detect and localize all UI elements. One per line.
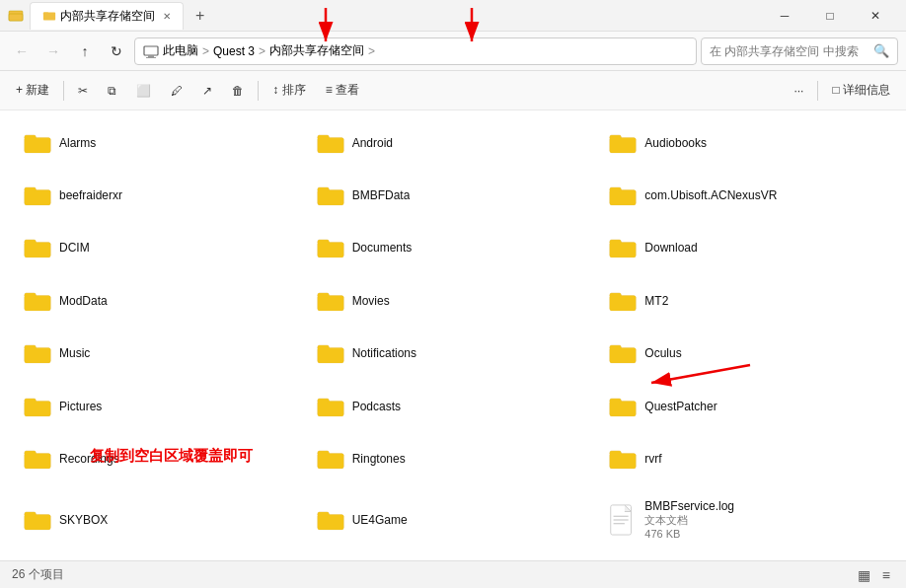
list-item[interactable]: Alarms xyxy=(16,118,305,167)
list-item[interactable]: BMBFData xyxy=(309,171,598,219)
list-item[interactable]: Movies xyxy=(309,276,598,325)
list-item[interactable]: SKYBOX xyxy=(16,487,305,552)
maximize-button[interactable]: □ xyxy=(807,0,853,32)
list-item[interactable]: DCIM xyxy=(16,224,305,272)
new-button[interactable]: + 新建 xyxy=(8,77,57,105)
list-item[interactable]: UE4Game xyxy=(309,487,598,552)
svg-rect-69 xyxy=(25,401,50,415)
breadcrumb[interactable]: 此电脑 > Quest 3 > 内部共享存储空间 > xyxy=(134,37,697,65)
svg-rect-14 xyxy=(318,135,329,139)
file-name: UE4Game xyxy=(352,513,408,527)
window-controls: ─ □ ✕ xyxy=(762,0,898,32)
file-name: Oculus xyxy=(644,346,681,360)
status-bar: 26 个项目 ▦ ≡ xyxy=(0,560,906,588)
back-button[interactable]: ← xyxy=(8,37,36,65)
view-button[interactable]: ≡ 查看 xyxy=(318,77,367,105)
svg-rect-81 xyxy=(25,454,50,469)
sort-button[interactable]: ↕ 排序 xyxy=(264,77,313,105)
tab-label: 内部共享存储空间 xyxy=(60,8,155,25)
up-button[interactable]: ↑ xyxy=(71,37,99,65)
list-item[interactable]: beefraiderxr xyxy=(16,171,305,219)
svg-rect-82 xyxy=(25,451,36,455)
search-box[interactable]: 🔍 xyxy=(701,37,898,65)
breadcrumb-thispc[interactable]: 此电脑 xyxy=(163,42,198,59)
svg-rect-73 xyxy=(318,401,343,415)
list-item[interactable]: QuestPatcher xyxy=(601,382,890,430)
svg-rect-89 xyxy=(610,454,636,469)
tab-close-button[interactable]: ✕ xyxy=(163,11,171,22)
file-name: beefraiderxr xyxy=(59,188,122,202)
list-view-button[interactable]: ≡ xyxy=(878,565,894,585)
list-item[interactable]: Pictures xyxy=(16,382,305,430)
search-input[interactable] xyxy=(710,44,869,58)
folder-icon xyxy=(317,184,344,207)
new-tab-button[interactable]: + xyxy=(188,7,212,25)
svg-rect-78 xyxy=(610,399,621,403)
svg-rect-41 xyxy=(610,243,636,257)
svg-rect-53 xyxy=(610,296,636,311)
file-name: Alarms xyxy=(59,136,96,150)
minimize-button[interactable]: ─ xyxy=(762,0,807,32)
file-grid: Alarms Android Audiobooks xyxy=(0,110,906,560)
file-name: Podcasts xyxy=(352,400,401,413)
file-area: Alarms Android Audiobooks xyxy=(0,110,906,560)
delete-button[interactable]: 🗑 xyxy=(224,77,252,105)
breadcrumb-sep2: > xyxy=(259,44,265,58)
svg-rect-29 xyxy=(610,190,636,205)
pc-icon xyxy=(143,43,159,59)
close-button[interactable]: ✕ xyxy=(853,0,898,32)
list-item[interactable]: com.Ubisoft.ACNexusVR xyxy=(601,171,890,219)
file-subtype: 文本文档 xyxy=(644,513,734,528)
list-item[interactable]: Documents xyxy=(309,224,598,272)
folder-icon xyxy=(24,184,51,207)
svg-rect-10 xyxy=(25,135,36,139)
paste-button[interactable]: ⬜ xyxy=(128,77,159,105)
list-item[interactable]: Ringtones xyxy=(309,434,598,482)
svg-rect-93 xyxy=(25,515,50,530)
file-name: QuestPatcher xyxy=(644,400,717,413)
folder-icon xyxy=(24,236,51,259)
svg-rect-37 xyxy=(318,243,343,257)
more-button[interactable]: ··· xyxy=(786,77,811,105)
refresh-button[interactable]: ↻ xyxy=(103,37,130,65)
tab-current[interactable]: 内部共享存储空间 ✕ xyxy=(30,2,184,30)
svg-rect-74 xyxy=(318,399,329,403)
svg-rect-66 xyxy=(610,345,621,349)
svg-rect-9 xyxy=(25,137,50,152)
svg-rect-94 xyxy=(25,512,36,516)
details-button[interactable]: □ 详细信息 xyxy=(824,78,898,103)
rename-button[interactable]: 🖊 xyxy=(163,77,190,105)
list-item[interactable]: Podcasts xyxy=(309,382,598,430)
svg-rect-65 xyxy=(610,348,636,363)
svg-rect-33 xyxy=(25,243,50,257)
list-item[interactable]: MT2 xyxy=(601,276,890,325)
grid-view-button[interactable]: ▦ xyxy=(854,565,874,585)
breadcrumb-current[interactable]: 内部共享存储空间 xyxy=(269,42,364,59)
file-name: Ringtones xyxy=(352,452,406,466)
list-item[interactable]: rvrf xyxy=(601,434,890,482)
share-button[interactable]: ↗ xyxy=(194,77,220,105)
tab-folder-icon xyxy=(42,9,56,23)
svg-rect-70 xyxy=(25,399,36,403)
title-bar: 内部共享存储空间 ✕ + ─ □ ✕ xyxy=(0,0,906,32)
list-item[interactable]: Oculus xyxy=(601,330,890,378)
folder-icon xyxy=(24,341,51,365)
folder-icon xyxy=(609,395,637,418)
svg-rect-3 xyxy=(43,13,48,16)
list-item[interactable]: BMBFservice.log 文本文档 476 KB xyxy=(601,487,890,552)
svg-rect-5 xyxy=(148,55,154,57)
list-item[interactable]: Recordings xyxy=(16,434,305,482)
list-item[interactable]: Audiobooks xyxy=(601,118,890,167)
svg-rect-1 xyxy=(9,14,23,21)
list-item[interactable]: ModData xyxy=(16,276,305,325)
list-item[interactable]: Android xyxy=(309,118,598,167)
copy-button[interactable]: ⧉ xyxy=(100,77,124,105)
list-item[interactable]: Notifications xyxy=(309,330,598,378)
svg-rect-90 xyxy=(610,451,621,455)
cut-button[interactable]: ✂ xyxy=(70,77,96,105)
breadcrumb-quest3[interactable]: Quest 3 xyxy=(213,44,255,58)
list-item[interactable]: Music xyxy=(16,330,305,378)
file-icon xyxy=(609,504,637,536)
list-item[interactable]: Download xyxy=(601,224,890,272)
forward-button[interactable]: → xyxy=(39,37,67,65)
